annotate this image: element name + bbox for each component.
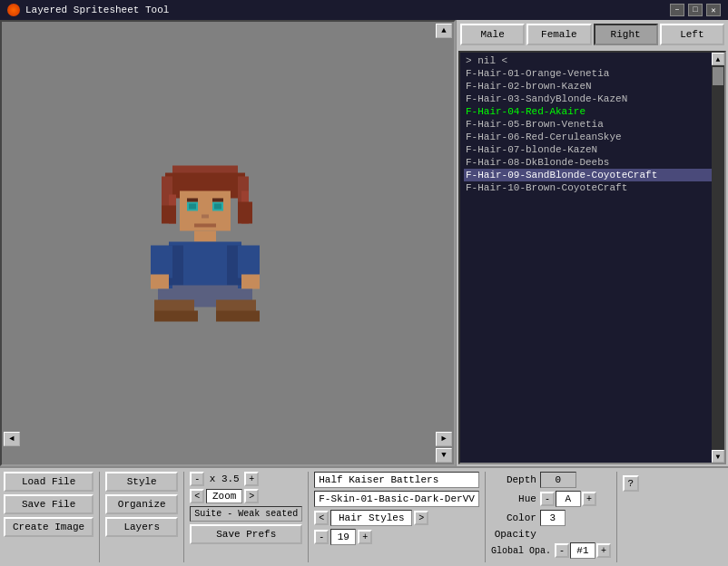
scrollbar-down-button[interactable]: ▼ [712,450,724,463]
svg-rect-21 [151,246,172,278]
load-file-button[interactable]: Load File [4,472,93,492]
bottom-toolbar: Load File Save File Create Image Style O… [0,466,728,566]
global-opa-label: Global Opa. [491,546,551,556]
list-scrollbar: ▲ ▼ [712,53,724,463]
depth-value: 0 [540,472,576,488]
list-item[interactable]: F-Hair-10-Brown-CoyoteCraft [464,181,721,194]
suite-label: Suite - Weak seated [190,506,302,522]
svg-rect-12 [214,204,221,210]
zoom-right-button[interactable]: > [244,489,259,503]
style-combo-row: < Hair Styles > [314,510,479,526]
hair-list-container: > nil <F-Hair-01-Orange-VenetiaF-Hair-02… [458,51,726,464]
direction-tabs: Male Female Right Left [457,20,728,49]
sprite-bottom-combo[interactable]: F-Skin-01-Basic-Dark-DerVV [314,491,479,507]
color-label: Color [491,512,536,523]
list-item[interactable]: F-Hair-03-SandyBlonde-KazeN [464,93,721,105]
global-opa-row: Global Opa. - #1 + [491,542,611,559]
divider-1 [99,472,100,562]
list-item[interactable]: F-Hair-01-Orange-Venetia [464,67,721,80]
window-controls[interactable]: – □ ✕ [670,4,721,16]
svg-rect-23 [151,275,169,289]
app-icon [7,4,20,16]
scroll-left-button[interactable]: ◄ [4,432,20,446]
number-spinner-row: - 19 + [314,529,479,545]
list-item[interactable]: F-Hair-08-DkBlonde-Deebs [464,156,721,169]
save-file-button[interactable]: Save File [4,494,93,514]
file-buttons: Load File Save File Create Image [4,472,93,562]
divider-4 [485,472,486,562]
number-plus-button[interactable]: + [358,530,372,544]
list-item[interactable]: F-Hair-09-SandBlonde-CoyoteCraft [464,169,721,181]
create-image-button[interactable]: Create Image [4,517,93,537]
minimize-button[interactable]: – [670,4,684,16]
hue-minus-button[interactable]: - [540,492,555,506]
tab-left[interactable]: Left [660,24,724,45]
svg-rect-24 [241,275,260,289]
sprite-top-combo[interactable]: Half Kaiser Battlers [314,472,479,488]
opacity-row: Opacity [491,529,611,540]
hair-list: > nil <F-Hair-01-Orange-VenetiaF-Hair-02… [460,53,724,196]
style-right-button[interactable]: > [414,511,428,525]
global-opa-minus-button[interactable]: - [555,543,569,558]
zoom-left-button[interactable]: < [190,489,204,503]
character-sprite [133,151,278,333]
color-value: 3 [540,510,566,526]
canvas-panel: ▲ ◄ ► ▼ [0,20,456,466]
svg-rect-22 [238,246,260,278]
scroll-right-button[interactable]: ► [436,432,452,446]
scroll-up-button[interactable]: ▲ [436,24,452,38]
opacity-label: Opacity [491,529,536,540]
title-bar: Layered Spritesheet Tool – □ ✕ [0,0,728,20]
list-item[interactable]: F-Hair-02-brown-KazeN [464,80,721,93]
svg-rect-14 [212,199,223,202]
zoom-x-row: - x 3.5 + [190,472,302,486]
global-opa-spinner: - #1 + [555,542,611,559]
view-buttons: Style Organize Layers [105,472,178,562]
hue-plus-button[interactable]: + [582,492,596,506]
organize-button[interactable]: Organize [105,494,178,514]
scrollbar-up-button[interactable]: ▲ [712,53,724,65]
list-item[interactable]: F-Hair-06-Red-CeruleanSkye [464,131,721,143]
scrollbar-thumb[interactable] [713,67,723,85]
svg-rect-30 [154,311,198,322]
number-minus-button[interactable]: - [314,530,329,544]
hue-value: A [556,491,581,507]
depth-label: Depth [491,474,536,485]
depth-row: Depth 0 [491,472,611,488]
svg-rect-6 [162,206,176,224]
global-opa-plus-button[interactable]: + [596,543,611,558]
scroll-down-button[interactable]: ▼ [436,448,452,463]
hue-label: Hue [491,493,536,504]
list-item[interactable]: F-Hair-07-blonde-KazeN [464,143,721,156]
maximize-button[interactable]: □ [688,4,703,16]
list-item[interactable]: > nil < [464,54,721,67]
svg-rect-13 [187,199,198,202]
content-area: ▲ ◄ ► ▼ [0,20,728,466]
zoom-plus-button[interactable]: + [244,472,259,486]
list-item[interactable]: F-Hair-05-Brown-Venetia [464,118,721,131]
style-button[interactable]: Style [105,472,178,492]
sprite-area [133,151,278,336]
divider-3 [308,472,309,562]
style-left-button[interactable]: < [314,511,329,525]
zoom-x-label: x 3.5 [206,473,242,484]
svg-rect-15 [202,215,209,219]
zoom-minus-button[interactable]: - [190,472,204,486]
svg-rect-31 [216,311,260,322]
number-value: 19 [330,529,356,545]
right-controls: Depth 0 Hue - A + Color 3 Opacity Global… [491,472,611,562]
svg-rect-16 [194,224,216,228]
layers-button[interactable]: Layers [105,517,178,537]
list-item[interactable]: F-Hair-04-Red-Akaire [464,105,721,118]
tab-right[interactable]: Right [594,24,658,45]
color-row: Color 3 [491,510,611,526]
zoom-label: Zoom [206,489,242,503]
svg-rect-7 [238,202,252,224]
hair-style-combo[interactable]: Hair Styles [330,510,412,526]
help-button[interactable]: ? [623,475,639,492]
save-prefs-button[interactable]: Save Prefs [190,524,302,544]
right-panel: Male Female Right Left > nil <F-Hair-01-… [456,20,728,466]
close-button[interactable]: ✕ [706,4,721,16]
tab-male[interactable]: Male [460,24,525,45]
tab-female[interactable]: Female [526,24,591,45]
